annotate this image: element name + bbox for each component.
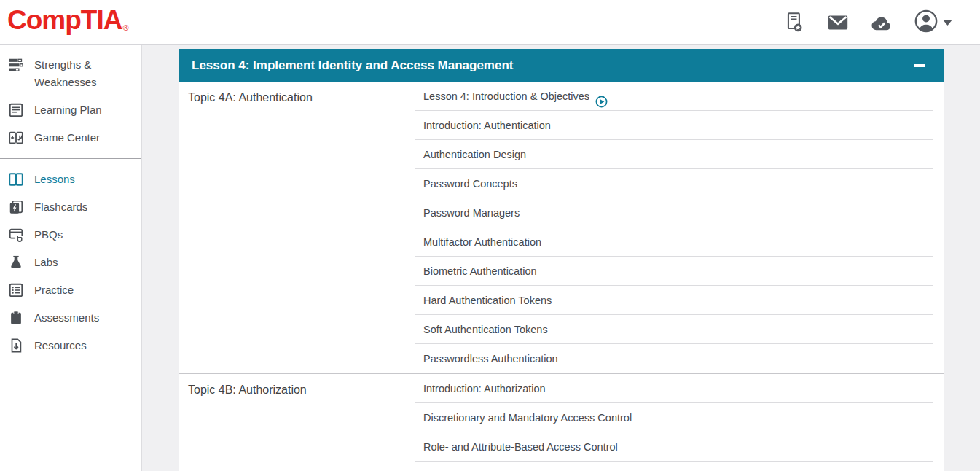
lesson-item-row[interactable]: Soft Authentication Tokens — [415, 315, 933, 344]
sidebar-item-practice[interactable]: Practice — [0, 276, 141, 304]
registered-mark: ® — [122, 23, 128, 32]
lesson-title: Lesson 4: Implement Identity and Access … — [192, 58, 514, 72]
document-lines-icon — [8, 102, 24, 118]
lesson-item-label: Passwordless Authentication — [423, 344, 558, 373]
lesson-item-label: Introduction: Authorization — [423, 374, 546, 403]
sidebar-item-assessments[interactable]: Assessments — [0, 304, 141, 332]
topic-items: Lesson 4: Introduction & Objectives Intr… — [415, 82, 944, 373]
lesson-item-row[interactable]: Role- and Attribute-Based Access Control — [415, 432, 933, 462]
sidebar-item-learning-plan[interactable]: Learning Plan — [0, 96, 141, 124]
sidebar-item-resources[interactable]: Resources — [0, 332, 141, 359]
topic-section-4b: Topic 4B: Authorization Introduction: Au… — [179, 374, 944, 462]
sidebar-item-label: Game Center — [34, 129, 100, 147]
lesson-item-row[interactable]: Authentication Design — [415, 140, 933, 169]
sidebar-item-label: Flashcards — [34, 198, 87, 216]
lesson-item-row[interactable]: Password Managers — [415, 198, 933, 227]
browser-pointer-icon — [8, 227, 24, 243]
topic-label: Topic 4A: Authentication — [179, 82, 415, 373]
account-menu[interactable] — [914, 9, 952, 36]
lesson-item-label: Hard Authentication Tokens — [423, 286, 552, 315]
sidebar-item-label: Resources — [34, 337, 87, 354]
flask-icon — [8, 254, 24, 270]
lesson-item-label: Password Managers — [423, 198, 520, 227]
sidebar-item-label: Assessments — [34, 309, 99, 327]
header-icon-bar — [783, 0, 952, 45]
comptia-logo[interactable]: CompTIA ® — [7, 4, 129, 36]
lesson-item-row[interactable]: Passwordless Authentication — [415, 344, 933, 373]
lesson-item-label: Password Concepts — [423, 169, 517, 198]
lesson-item-row[interactable]: Introduction: Authorization — [415, 374, 933, 403]
sidebar-item-label: PBQs — [34, 226, 63, 244]
sidebar-item-label: Practice — [34, 281, 74, 299]
lesson-item-row[interactable]: Introduction: Authentication — [415, 111, 933, 140]
mail-icon[interactable] — [826, 11, 850, 34]
book-open-icon — [8, 171, 24, 187]
account-icon — [914, 9, 938, 36]
lesson-item-label: Multifactor Authentication — [423, 227, 541, 257]
lesson-item-label: Authentication Design — [423, 140, 526, 169]
download-document-icon — [8, 338, 24, 354]
sidebar-item-label: Labs — [34, 254, 58, 271]
lesson-item-row[interactable]: Lesson 4: Introduction & Objectives — [415, 82, 933, 111]
sidebar-item-label: Lessons — [34, 171, 75, 188]
app-root: CompTIA ® — [0, 0, 980, 471]
comptia-logo-text: CompTIA — [7, 4, 122, 36]
lesson-item-label: Introduction: Authentication — [423, 111, 551, 140]
checklist-icon — [8, 282, 24, 298]
cloud-check-icon[interactable] — [870, 11, 893, 34]
sidebar: Strengths & Weaknesses Learning Plan — [0, 45, 142, 471]
bars-icon — [8, 57, 24, 73]
sidebar-item-label: Learning Plan — [34, 101, 102, 119]
lesson-item-row[interactable]: Hard Authentication Tokens — [415, 286, 933, 315]
lesson-header-bar[interactable]: Lesson 4: Implement Identity and Access … — [179, 49, 944, 82]
collapse-button[interactable] — [913, 59, 926, 72]
lesson-item-row[interactable]: Discretionary and Mandatory Access Contr… — [415, 403, 933, 432]
lesson-item-label: Soft Authentication Tokens — [423, 315, 548, 344]
sidebar-item-strengths-weaknesses[interactable]: Strengths & Weaknesses — [0, 51, 141, 96]
minus-icon — [914, 64, 925, 67]
sidebar-item-game-center[interactable]: Game Center — [0, 124, 141, 152]
topic-items: Introduction: Authorization Discretionar… — [415, 374, 944, 462]
lesson-item-row[interactable]: Password Concepts — [415, 169, 933, 198]
topic-section-4a: Topic 4A: Authentication Lesson 4: Intro… — [179, 82, 944, 374]
sidebar-item-lessons[interactable]: Lessons — [0, 166, 141, 193]
sidebar-item-flashcards[interactable]: Flashcards — [0, 193, 141, 221]
sidebar-item-labs[interactable]: Labs — [0, 249, 141, 276]
lesson-item-label: Role- and Attribute-Based Access Control — [423, 432, 618, 462]
score-report-icon[interactable] — [783, 11, 806, 34]
sidebar-item-pbqs[interactable]: PBQs — [0, 221, 141, 249]
lesson-item-label: Lesson 4: Introduction & Objectives — [423, 82, 589, 111]
lesson-panel: Lesson 4: Implement Identity and Access … — [179, 49, 944, 471]
lesson-item-label: Discretionary and Mandatory Access Contr… — [423, 403, 632, 432]
sidebar-item-label: Strengths & Weaknesses — [34, 56, 123, 91]
lesson-item-row[interactable]: Multifactor Authentication — [415, 227, 933, 257]
sidebar-divider — [0, 158, 141, 159]
lesson-item-label: Biometric Authentication — [423, 257, 537, 286]
topic-label: Topic 4B: Authorization — [179, 374, 415, 462]
game-cards-icon — [8, 130, 24, 146]
clipboard-icon — [8, 310, 24, 326]
play-icon[interactable] — [595, 90, 608, 102]
flashcard-bolt-icon — [8, 199, 24, 215]
lesson-item-row[interactable]: Biometric Authentication — [415, 257, 933, 286]
top-header: CompTIA ® — [0, 0, 980, 45]
caret-down-icon — [943, 16, 952, 29]
